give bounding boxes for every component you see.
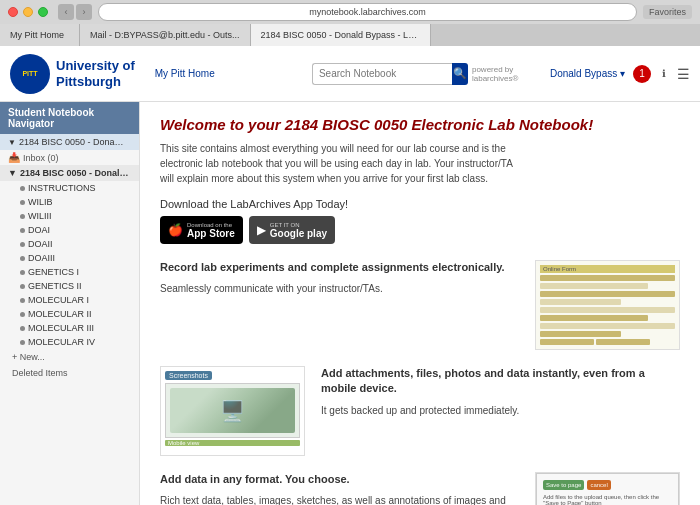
info-icon[interactable]: ℹ <box>655 65 673 83</box>
sidebar-item[interactable]: INSTRUCTIONS <box>0 181 139 195</box>
google-play-label: GET IT ON Google play <box>270 222 327 239</box>
inbox-icon: 📥 <box>8 152 20 163</box>
url-bar[interactable]: mynotebook.labarchives.com <box>98 3 637 21</box>
browser-tabs: My Pitt Home Mail - D:BYPASS@b.pitt.edu … <box>0 24 700 46</box>
sidebar-items: INSTRUCTIONSWILIBWILIIIDOAIDOAIIDOAIIIGE… <box>0 181 139 349</box>
app-body: Student Notebook Navigator ▼ 2184 BISC 0… <box>0 102 700 505</box>
feature-desc-2: It gets backed up and protected immediat… <box>321 403 680 418</box>
pitt-seal: PITT <box>10 54 50 94</box>
bullet-icon <box>20 228 25 233</box>
feature-title-3: Add data in any format. You choose. <box>160 472 519 487</box>
bullet-icon <box>20 326 25 331</box>
close-button[interactable] <box>8 7 18 17</box>
feature-desc-1: Seamlessly communicate with your instruc… <box>160 281 519 296</box>
search-button[interactable]: 🔍 <box>452 63 468 85</box>
main-content: Welcome to your 2184 BIOSC 0050 Electron… <box>140 102 700 505</box>
search-input[interactable] <box>312 63 452 85</box>
feature-row-3: Add data in any format. You choose. Rich… <box>160 472 680 505</box>
feature-text-1: Record lab experiments and complete assi… <box>160 260 519 296</box>
header-nav: My Pitt Home <box>151 66 219 81</box>
sidebar-item[interactable]: GENETICS II <box>0 279 139 293</box>
welcome-title: Welcome to your 2184 BIOSC 0050 Electron… <box>160 116 680 133</box>
app-badges: 🍎 Download on the App Store ▶ GET IT ON … <box>160 216 680 244</box>
notebook-arrow-icon: ▼ <box>8 168 17 178</box>
sidebar-item[interactable]: DOAI <box>0 223 139 237</box>
app-store-badge[interactable]: 🍎 Download on the App Store <box>160 216 243 244</box>
inbox-item[interactable]: 📥 Inbox (0) <box>0 150 139 165</box>
bullet-icon <box>20 242 25 247</box>
bullet-icon <box>20 270 25 275</box>
header-right: Donald Bypass ▾ 1 ℹ ☰ <box>550 65 690 83</box>
feature-image-3: Save to page cancel Add files to the upl… <box>535 472 680 505</box>
app-store-label: Download on the App Store <box>187 222 235 239</box>
traffic-lights <box>8 7 48 17</box>
feature-image-1: Online Form <box>535 260 680 350</box>
sidebar: Student Notebook Navigator ▼ 2184 BISC 0… <box>0 102 140 505</box>
bullet-icon <box>20 340 25 345</box>
sidebar-item[interactable]: MOLECULAR IV <box>0 335 139 349</box>
forward-button[interactable]: › <box>76 4 92 20</box>
app-header: PITT University of Pittsburgh My Pitt Ho… <box>0 46 700 102</box>
tab-mail[interactable]: Mail - D:BYPASS@b.pitt.edu - Outs... <box>80 24 251 46</box>
maximize-button[interactable] <box>38 7 48 17</box>
sidebar-new-button[interactable]: + New... <box>0 349 139 365</box>
sidebar-item[interactable]: MOLECULAR III <box>0 321 139 335</box>
university-name: University of Pittsburgh <box>56 58 135 89</box>
notebook-selector[interactable]: ▼ 2184 BISC 0050 - Donald Bypas... <box>0 134 139 150</box>
bullet-icon <box>20 186 25 191</box>
sidebar-item[interactable]: DOAIII <box>0 251 139 265</box>
bullet-icon <box>20 284 25 289</box>
powered-by: powered by labarchives® <box>472 65 532 83</box>
bullet-icon <box>20 298 25 303</box>
sidebar-item[interactable]: MOLECULAR II <box>0 307 139 321</box>
download-section: Download the LabArchives App Today! 🍎 Do… <box>160 198 680 244</box>
feature-row-2: Add attachments, files, photos and data … <box>160 366 680 456</box>
sidebar-item[interactable]: WILIB <box>0 195 139 209</box>
sidebar-item[interactable]: DOAII <box>0 237 139 251</box>
titlebar: ‹ › mynotebook.labarchives.com Favorites <box>0 0 700 24</box>
sidebar-item[interactable]: GENETICS I <box>0 265 139 279</box>
favorites-button[interactable]: Favorites <box>643 5 692 19</box>
pitt-logo: PITT University of Pittsburgh <box>10 54 135 94</box>
google-play-icon: ▶ <box>257 223 266 237</box>
google-play-badge[interactable]: ▶ GET IT ON Google play <box>249 216 335 244</box>
feature-row-1: Record lab experiments and complete assi… <box>160 260 680 350</box>
minimize-button[interactable] <box>23 7 33 17</box>
header-icons: 1 ℹ ☰ <box>633 65 690 83</box>
feature-title-1: Record lab experiments and complete assi… <box>160 260 519 275</box>
sidebar-item[interactable]: MOLECULAR I <box>0 293 139 307</box>
url-text: mynotebook.labarchives.com <box>309 7 426 17</box>
feature-text-2: Add attachments, files, photos and data … <box>321 366 680 418</box>
tab-pittHome[interactable]: My Pitt Home <box>0 24 80 46</box>
sidebar-notebook[interactable]: ▼ 2184 BISC 0050 - Donald Bypas... <box>0 165 139 181</box>
sidebar-item[interactable]: WILIII <box>0 209 139 223</box>
back-button[interactable]: ‹ <box>58 4 74 20</box>
feature-desc-3: Rich text data, tables, images, sketches… <box>160 493 519 505</box>
nav-item-pittHome[interactable]: My Pitt Home <box>151 66 219 81</box>
bullet-icon <box>20 200 25 205</box>
tab-labarchives[interactable]: 2184 BISC 0050 - Donald Bypass - LabArch… <box>251 24 431 46</box>
sidebar-title: Student Notebook Navigator <box>0 102 139 134</box>
bullet-icon <box>20 256 25 261</box>
sidebar-deleted[interactable]: Deleted Items <box>0 365 139 381</box>
user-name[interactable]: Donald Bypass ▾ <box>550 68 625 79</box>
apple-icon: 🍎 <box>168 223 183 237</box>
feature-text-3: Add data in any format. You choose. Rich… <box>160 472 519 505</box>
bullet-icon <box>20 214 25 219</box>
download-title: Download the LabArchives App Today! <box>160 198 680 210</box>
search-bar: 🔍 powered by labarchives® <box>312 63 532 85</box>
dropdown-arrow-icon: ▼ <box>8 138 16 147</box>
nav-buttons: ‹ › <box>58 4 92 20</box>
welcome-text: This site contains almost everything you… <box>160 141 520 186</box>
notification-badge[interactable]: 1 <box>633 65 651 83</box>
menu-icon[interactable]: ☰ <box>677 66 690 82</box>
feature-image-2: Screenshots 🖥️ Mobile view <box>160 366 305 456</box>
bullet-icon <box>20 312 25 317</box>
feature-title-2: Add attachments, files, photos and data … <box>321 366 680 397</box>
